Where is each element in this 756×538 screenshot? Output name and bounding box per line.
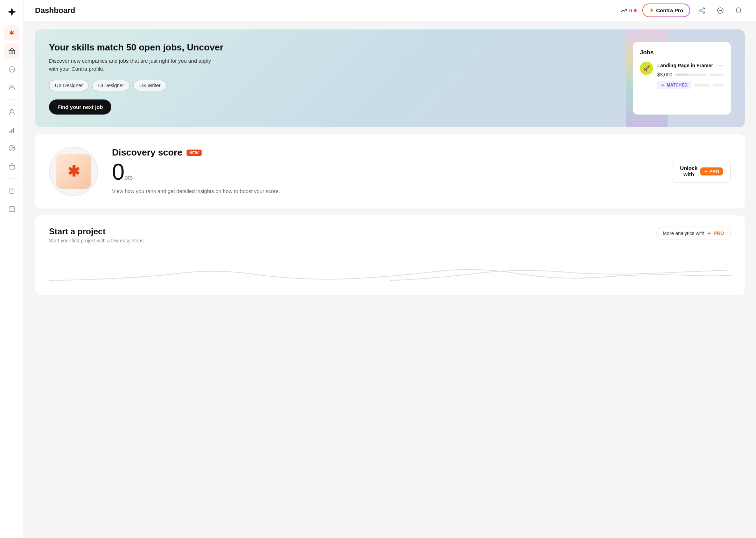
project-description: Start your first project with a few easy…	[49, 238, 145, 243]
notifications-button[interactable]	[732, 4, 745, 17]
svg-point-16	[703, 8, 705, 9]
job-item: 🚀 Landing Page in Framer ··· $3,000	[640, 62, 724, 89]
svg-point-4	[11, 69, 12, 70]
discovery-avatar: ✱	[49, 147, 98, 196]
discovery-pts: pts	[125, 174, 133, 181]
discovery-title: Discovery score	[112, 147, 182, 158]
contra-pro-label: Contra Pro	[656, 7, 683, 13]
svg-point-21	[720, 10, 721, 11]
share-button[interactable]	[696, 4, 708, 17]
price-bar-2	[710, 74, 724, 76]
find-job-button[interactable]: Find your next job	[49, 99, 111, 115]
project-title-area: Start a project Start your first project…	[49, 227, 145, 243]
svg-point-17	[700, 10, 701, 11]
analytics-icon	[8, 126, 15, 133]
svg-point-5	[12, 69, 13, 70]
sidebar-item-home[interactable]	[4, 43, 20, 59]
pro-analytics-label: PRO	[714, 230, 724, 236]
discovery-score-row: 0pts	[112, 161, 658, 183]
svg-point-12	[9, 145, 15, 151]
header: Dashboard 0 ✦ Contra Pro	[24, 0, 756, 21]
clipboard-icon	[8, 187, 15, 194]
sidebar-item-clipboard[interactable]	[4, 183, 20, 198]
pro-star-icon: ✦	[649, 7, 654, 14]
unlock-pro-button[interactable]: Unlockwith PRO	[672, 160, 731, 183]
svg-point-3	[10, 69, 11, 70]
page-title: Dashboard	[35, 6, 75, 15]
job-matched: MATCHED	[657, 81, 724, 89]
trending-icon	[621, 8, 627, 13]
app-logo[interactable]	[6, 6, 18, 18]
sidebar-divider-1	[6, 99, 18, 100]
discovery-info: Discovery score NEW 0pts View how you ra…	[112, 147, 658, 195]
profile-icon	[8, 108, 15, 115]
sidebar-item-chat[interactable]	[4, 62, 20, 77]
matched-bar-2	[713, 84, 724, 87]
compass-icon	[8, 145, 15, 152]
content-area: Your skills match 50 open jobs, Uncover …	[24, 21, 756, 538]
price-bar-fill	[675, 74, 688, 76]
job-info: Landing Page in Framer ··· $3,000	[657, 62, 724, 89]
project-header: Start a project Start your first project…	[49, 227, 731, 243]
banner-tags: UX Designer UI Designer UX Writer	[49, 80, 624, 91]
svg-rect-11	[13, 128, 14, 133]
svg-rect-15	[9, 207, 15, 212]
sidebar-item-calendar[interactable]	[4, 201, 20, 216]
sidebar-item-profile[interactable]	[4, 104, 20, 119]
unlock-text: Unlockwith	[680, 165, 698, 178]
main-area: Dashboard 0 ✦ Contra Pro	[24, 0, 756, 538]
matched-bar-1	[694, 84, 710, 87]
svg-rect-10	[11, 129, 12, 133]
trending-indicator[interactable]: 0	[621, 8, 637, 13]
svg-point-8	[10, 109, 13, 112]
matched-label: MATCHED	[667, 83, 687, 88]
discovery-description: View how you rank and get detailed insig…	[112, 187, 658, 195]
discovery-avatar-inner: ✱	[56, 154, 91, 189]
star-icon: ✱	[9, 29, 14, 37]
svg-rect-0	[9, 50, 15, 54]
banner-description: Discover new companies and jobs that are…	[49, 57, 217, 73]
sidebar-item-star[interactable]: ✱	[4, 25, 20, 41]
sidebar-item-team[interactable]	[4, 80, 20, 95]
banner-left: Your skills match 50 open jobs, Uncover …	[49, 42, 624, 115]
tag-ux-designer[interactable]: UX Designer	[49, 80, 89, 91]
discovery-score-value: 0	[112, 159, 125, 185]
project-chart	[49, 249, 731, 284]
job-more-button[interactable]: ···	[716, 62, 724, 69]
pro-icon	[704, 169, 708, 173]
home-icon	[8, 48, 15, 55]
svg-point-7	[12, 86, 14, 88]
pro-analytics-icon	[707, 231, 712, 236]
header-actions: 0 ✦ Contra Pro	[621, 4, 745, 17]
share-icon	[699, 7, 706, 14]
job-price: $3,000	[657, 72, 724, 77]
trending-dot	[634, 9, 637, 12]
price-bar	[675, 74, 707, 76]
briefcase-icon	[8, 163, 15, 170]
job-icon: 🚀	[640, 62, 653, 75]
banner-title: Your skills match 50 open jobs, Uncover	[49, 42, 624, 53]
sidebar-item-explore[interactable]	[4, 140, 20, 156]
more-analytics-button[interactable]: More analytics with PRO	[656, 227, 731, 240]
jobs-card-title: Jobs	[640, 49, 724, 56]
svg-rect-13	[9, 165, 15, 169]
jobs-banner: Your skills match 50 open jobs, Uncover …	[35, 29, 745, 127]
job-title: Landing Page in Framer	[657, 63, 713, 68]
jobs-card: Jobs 🚀 Landing Page in Framer ··· $3,000	[633, 42, 731, 115]
discovery-score-card: ✱ Discovery score NEW 0pts View how you …	[35, 134, 745, 208]
discovery-title-row: Discovery score NEW	[112, 147, 658, 158]
sidebar-item-jobs[interactable]	[4, 159, 20, 174]
svg-point-18	[703, 12, 705, 13]
contra-pro-button[interactable]: ✦ Contra Pro	[642, 4, 690, 17]
svg-point-20	[719, 10, 720, 11]
analytics-text: More analytics with	[663, 230, 705, 236]
pro-badge: PRO	[700, 167, 723, 175]
messages-button[interactable]	[714, 4, 727, 17]
matched-icon	[661, 83, 665, 87]
bell-icon	[735, 7, 742, 14]
calendar-icon	[8, 205, 15, 212]
sidebar: ✱	[0, 0, 24, 538]
tag-ux-writer[interactable]: UX Writer	[133, 80, 166, 91]
tag-ui-designer[interactable]: UI Designer	[92, 80, 130, 91]
sidebar-item-analytics[interactable]	[4, 122, 20, 138]
